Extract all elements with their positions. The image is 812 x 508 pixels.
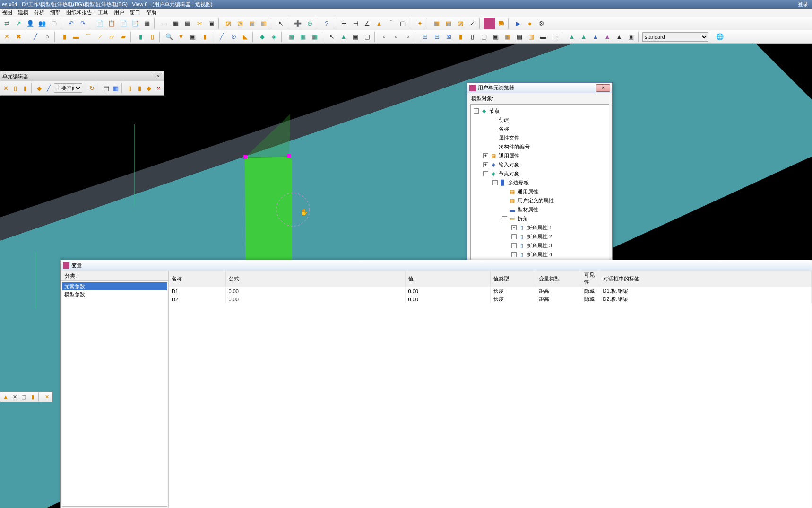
- stack-icon[interactable]: ▤: [246, 18, 258, 29]
- snap8-icon[interactable]: ▦: [502, 31, 513, 43]
- snap7-icon[interactable]: ▣: [490, 31, 501, 43]
- grid2-icon[interactable]: ▦: [297, 31, 309, 43]
- sel3-icon[interactable]: ▢: [362, 31, 373, 43]
- undo-icon[interactable]: ↶: [65, 18, 77, 29]
- snap10-icon[interactable]: ▥: [526, 31, 537, 43]
- check-icon[interactable]: ✓: [466, 18, 478, 29]
- snap9-icon[interactable]: ▤: [514, 31, 525, 43]
- tool-icon[interactable]: ⚙: [536, 18, 547, 29]
- share-icon[interactable]: ⇄: [1, 18, 12, 29]
- window-icon[interactable]: ▭: [158, 18, 170, 29]
- pick2-icon[interactable]: ▫: [390, 31, 402, 43]
- tree-item[interactable]: -▊多边形板: [471, 178, 609, 187]
- bl2-icon[interactable]: ✕: [10, 393, 19, 401]
- node2-icon[interactable]: ◈: [268, 31, 280, 43]
- variables-grid[interactable]: 名称公式值值类型变量类型可见性对话框中的标签 D10.000.00长度距离隐藏D…: [169, 271, 812, 508]
- snap1-icon[interactable]: ⊞: [419, 31, 431, 43]
- play-icon[interactable]: ▶: [512, 18, 524, 29]
- circle-icon[interactable]: ○: [42, 31, 53, 43]
- edit4-icon[interactable]: ◆: [35, 82, 44, 94]
- add-icon[interactable]: ➕: [292, 18, 303, 29]
- snap3-icon[interactable]: ⊠: [443, 31, 454, 43]
- edit11-icon[interactable]: ◆: [145, 82, 154, 94]
- dim1-icon[interactable]: ⊢: [338, 18, 349, 29]
- tree5-icon[interactable]: ▲: [613, 31, 625, 43]
- opt-icon[interactable]: ◣: [240, 31, 251, 43]
- tree-item[interactable]: -◆节点: [471, 106, 609, 115]
- tree-item[interactable]: 次构件的编号: [471, 142, 609, 151]
- menu-detail[interactable]: 细部: [50, 9, 60, 16]
- weld-icon[interactable]: ╱: [216, 31, 227, 43]
- beam2-icon[interactable]: ▬: [70, 31, 82, 43]
- menu-drawings[interactable]: 图纸和报告: [66, 9, 92, 16]
- edit6-icon[interactable]: ↻: [87, 82, 96, 94]
- edit5-icon[interactable]: ╱: [44, 82, 53, 94]
- pick3-icon[interactable]: ▫: [402, 31, 414, 43]
- tree6-icon[interactable]: ▣: [625, 31, 637, 43]
- bl1-icon[interactable]: ▲: [1, 393, 10, 401]
- group-icon[interactable]: ▦: [431, 18, 442, 29]
- x-icon[interactable]: ✖: [13, 31, 24, 43]
- box3d-icon[interactable]: ▨: [223, 18, 234, 29]
- filter-icon[interactable]: ▼: [175, 31, 187, 43]
- angle-icon[interactable]: ∠: [362, 18, 373, 29]
- tree-item[interactable]: 名称: [471, 124, 609, 133]
- record-icon[interactable]: ●: [524, 18, 536, 29]
- explode-icon[interactable]: ▨: [455, 18, 466, 29]
- select-icon[interactable]: ▣: [206, 18, 217, 29]
- category-item[interactable]: 模型参数: [62, 290, 167, 298]
- bl5-icon[interactable]: ✕: [43, 393, 51, 401]
- layer-icon[interactable]: ▧: [234, 18, 246, 29]
- sel1-icon[interactable]: ▲: [338, 31, 349, 43]
- crop-icon[interactable]: ▢: [397, 18, 408, 29]
- rebar2-icon[interactable]: ▯: [147, 31, 158, 43]
- paste-icon[interactable]: 📄: [118, 18, 129, 29]
- line-icon[interactable]: ╱: [30, 31, 41, 43]
- tree-item[interactable]: -◈节点对象: [471, 169, 609, 178]
- menu-window[interactable]: 窗口: [130, 9, 140, 16]
- tree4-icon[interactable]: ▲: [602, 31, 613, 43]
- globe-icon[interactable]: 🌐: [714, 31, 726, 43]
- menu-view[interactable]: 视图: [2, 9, 12, 16]
- copy-icon[interactable]: 📋: [106, 18, 117, 29]
- column-header[interactable]: 值类型: [490, 271, 536, 287]
- poly-icon[interactable]: ⟋: [94, 31, 105, 43]
- menu-user[interactable]: 用户: [114, 9, 124, 16]
- face-icon[interactable]: ▥: [258, 18, 269, 29]
- menu-help[interactable]: 帮助: [146, 9, 156, 16]
- object-tree[interactable]: -◆节点创建名称属性文件次构件的编号+▦通用属性+◈输入对象-◈节点对象-▊多边…: [470, 104, 609, 264]
- tree1-icon[interactable]: ▲: [566, 31, 578, 43]
- table-row[interactable]: D20.000.00长度距离隐藏D2.板.钢梁: [169, 295, 812, 303]
- bolt-icon[interactable]: ⊙: [228, 31, 239, 43]
- grid3-icon[interactable]: ▦: [309, 31, 320, 43]
- standard-select[interactable]: standard: [642, 32, 708, 42]
- tile-icon[interactable]: ▤: [182, 18, 193, 29]
- solid-icon[interactable]: ▮: [199, 31, 210, 43]
- tekla-icon[interactable]: [484, 18, 495, 29]
- tree-item[interactable]: +▦通用属性: [471, 151, 609, 160]
- arrow-icon[interactable]: ↗: [13, 18, 24, 29]
- tree-item[interactable]: ▬型材属性: [471, 205, 609, 214]
- ungroup-icon[interactable]: ▤: [443, 18, 454, 29]
- cut-icon[interactable]: ✂: [194, 18, 205, 29]
- category-list[interactable]: 元素参数模型参数: [62, 282, 167, 507]
- column-header[interactable]: 可见性: [581, 271, 600, 287]
- forklift-icon[interactable]: ⛟: [495, 18, 507, 29]
- tree-item[interactable]: +▯折角属性 3: [471, 241, 609, 250]
- tree-item[interactable]: 属性文件: [471, 133, 609, 142]
- edit8-icon[interactable]: ▦: [111, 82, 120, 94]
- node1-icon[interactable]: ◆: [257, 31, 268, 43]
- bl3-icon[interactable]: ▢: [19, 393, 28, 401]
- pick1-icon[interactable]: ▫: [379, 31, 390, 43]
- close-icon[interactable]: ×: [155, 73, 162, 79]
- doc-icon[interactable]: 📑: [130, 18, 141, 29]
- column-header[interactable]: 公式: [225, 271, 405, 287]
- login-link[interactable]: 登录: [798, 0, 812, 9]
- menu-model[interactable]: 建模: [18, 9, 28, 16]
- tree-item[interactable]: +▯折角属性 1: [471, 223, 609, 232]
- rebar1-icon[interactable]: ▮: [135, 31, 146, 43]
- tree-item[interactable]: ▦通用属性: [471, 187, 609, 196]
- snap11-icon[interactable]: ▬: [537, 31, 549, 43]
- edit7-icon[interactable]: ▤: [102, 82, 111, 94]
- tree-item[interactable]: -▭折角: [471, 214, 609, 223]
